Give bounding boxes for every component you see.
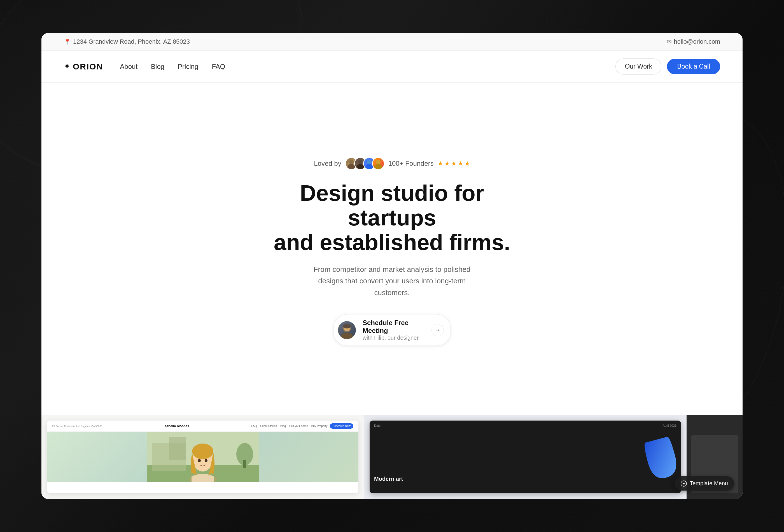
star-3: ★	[451, 160, 457, 167]
svg-point-11	[343, 324, 351, 329]
navbar-left: ✦ ORION About Blog Pricing FAQ	[64, 62, 225, 72]
svg-point-9	[341, 333, 353, 339]
nav-links: About Blog Pricing FAQ	[120, 63, 225, 71]
nav-blog[interactable]: Blog	[151, 63, 164, 71]
founder-count: 100+ Founders	[388, 160, 434, 167]
svg-point-24	[683, 483, 684, 484]
topbar-left: 📍 1234 Grandview Road, Phoenix, AZ 85023	[64, 38, 190, 45]
main-card: 📍 1234 Grandview Road, Phoenix, AZ 85023…	[41, 33, 743, 499]
card2-right	[642, 431, 681, 487]
location-icon: 📍	[64, 38, 71, 45]
svg-point-22	[205, 459, 207, 462]
nav-pricing[interactable]: Pricing	[178, 63, 198, 71]
svg-rect-15	[169, 437, 186, 460]
card2-date-value: April 2021	[663, 424, 676, 427]
topbar-email: hello@orion.com	[674, 38, 720, 45]
topbar: 📍 1234 Grandview Road, Phoenix, AZ 85023…	[41, 33, 743, 51]
hero-subtitle: From competitor and market analysis to p…	[311, 264, 473, 299]
card2-content: Modern art	[370, 431, 681, 487]
nav-faq[interactable]: FAQ	[212, 63, 225, 71]
card1-cta-btn: Schedule Now	[330, 423, 353, 429]
loved-by-text: Loved by	[314, 160, 341, 167]
svg-point-6	[376, 160, 381, 164]
star-5: ★	[465, 160, 470, 167]
topbar-address: 1234 Grandview Road, Phoenix, AZ 85023	[73, 38, 190, 45]
card1-logo: Isabella Rhodes.	[164, 424, 190, 428]
svg-point-0	[349, 160, 354, 164]
cta-meeting-subtitle: with Filip, our designer	[363, 335, 425, 341]
avatar-stack	[345, 157, 385, 170]
svg-rect-17	[243, 460, 246, 468]
hero-title-line1: Design studio for startups	[300, 180, 484, 230]
portfolio-card-1-inner: 25 Sunset Boulevard Los Angeles, CA 9000…	[47, 421, 358, 493]
topbar-right: ✉ hello@orion.com	[667, 38, 720, 45]
schedule-meeting-button[interactable]: Schedule Free Meeting with Filip, our de…	[333, 314, 451, 346]
logo-text: ORION	[73, 62, 103, 72]
template-menu-icon	[681, 480, 687, 487]
card1-hero-image	[47, 432, 358, 482]
star-rating: ★ ★ ★ ★ ★	[438, 160, 470, 167]
svg-point-21	[198, 459, 201, 462]
portfolio-section: 25 Sunset Boulevard Los Angeles, CA 9000…	[41, 415, 743, 499]
card2-header: Date: April 2021	[370, 421, 681, 431]
logo-cross-icon: ✦	[64, 62, 71, 71]
card1-nav-links: FAQClient StoriesBlogSell your homeBuy P…	[251, 424, 328, 427]
card2-left: Modern art	[370, 431, 642, 487]
cta-text: Schedule Free Meeting with Filip, our de…	[363, 319, 425, 341]
navbar-right: Our Work Book a Call	[615, 58, 720, 75]
book-call-button[interactable]: Book a Call	[667, 59, 720, 74]
designer-avatar	[338, 321, 356, 339]
loved-by-row: Loved by	[314, 157, 470, 170]
hero-title-line2: and established firms.	[274, 230, 510, 255]
card1-navbar: 25 Sunset Boulevard Los Angeles, CA 9000…	[47, 421, 358, 432]
svg-point-4	[367, 160, 371, 164]
portfolio-card-1[interactable]: 25 Sunset Boulevard Los Angeles, CA 9000…	[41, 415, 364, 499]
cta-arrow-icon: →	[431, 324, 444, 336]
svg-point-20	[192, 444, 213, 459]
star-2: ★	[444, 160, 450, 167]
template-menu-button[interactable]: Template Menu	[674, 476, 734, 491]
hero-section: Loved by	[41, 83, 743, 409]
card2-date-label: Date:	[374, 424, 381, 427]
portfolio-card-2[interactable]: Date: April 2021 Modern art	[364, 415, 687, 499]
star-4: ★	[458, 160, 464, 167]
nav-about[interactable]: About	[120, 63, 138, 71]
navbar: ✦ ORION About Blog Pricing FAQ Our Work …	[41, 51, 743, 83]
hero-title: Design studio for startups and establish…	[266, 181, 518, 255]
our-work-button[interactable]: Our Work	[615, 58, 661, 75]
portfolio-card-2-inner: Date: April 2021 Modern art	[370, 421, 681, 493]
svg-point-2	[358, 160, 363, 164]
star-1: ★	[438, 160, 443, 167]
logo[interactable]: ✦ ORION	[64, 62, 103, 72]
avatar-4	[372, 157, 385, 170]
template-menu-label: Template Menu	[690, 480, 728, 487]
svg-point-7	[374, 164, 382, 169]
card2-title: Modern art	[374, 475, 637, 482]
cta-meeting-title: Schedule Free Meeting	[363, 319, 425, 335]
mail-icon: ✉	[667, 38, 672, 45]
